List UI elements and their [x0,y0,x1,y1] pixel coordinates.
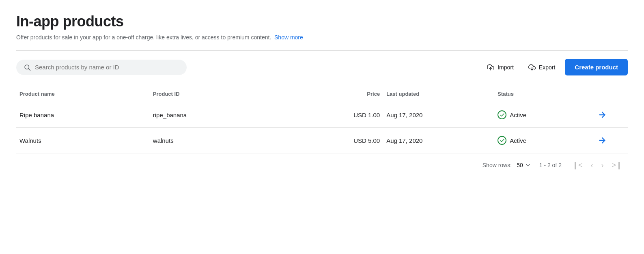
next-page-button[interactable]: › [599,160,606,170]
pagination-count: 1 - 2 of 2 [539,162,562,168]
prev-page-button[interactable]: ‹ [588,160,595,170]
cell-name: Ripe banana [16,102,150,128]
search-icon [24,64,31,71]
cell-price: USD 5.00 [294,128,383,153]
cell-name: Walnuts [16,128,150,153]
cell-action [594,102,628,128]
row-detail-button[interactable] [598,136,607,145]
cell-price: USD 1.00 [294,102,383,128]
show-more-link[interactable]: Show more [274,34,303,41]
export-button[interactable]: Export [523,60,560,74]
page-title: In-app products [16,13,628,30]
cell-status: Active [494,128,594,153]
last-page-button[interactable]: >❙ [609,160,625,170]
rows-label: Show rows: [482,162,512,168]
rows-per-page-value: 50 [517,162,523,168]
status-text: Active [510,137,526,144]
create-product-button[interactable]: Create product [565,59,628,75]
download-icon [528,64,536,71]
export-label: Export [539,64,555,71]
cell-action [594,128,628,153]
col-header-name: Product name [16,87,150,102]
col-header-action [594,87,628,102]
table-row: Walnuts walnuts USD 5.00 Aug 17, 2020 Ac… [16,128,628,153]
cell-updated: Aug 17, 2020 [383,128,494,153]
first-page-button[interactable]: ❙< [570,160,585,170]
col-header-status: Status [494,87,594,102]
col-header-price: Price [294,87,383,102]
cell-status: Active [494,102,594,128]
page-subtitle: Offer products for sale in your app for … [16,34,628,41]
col-header-id: Product ID [150,87,294,102]
import-label: Import [498,64,514,71]
pagination-bar: Show rows: 50 1 - 2 of 2 ❙< ‹ › >❙ [16,153,628,174]
upload-icon [487,64,494,71]
row-detail-button[interactable] [598,110,607,119]
toolbar: Import Export Create product [16,59,628,75]
table-row: Ripe banana ripe_banana USD 1.00 Aug 17,… [16,102,628,128]
search-input[interactable] [35,64,179,71]
cell-updated: Aug 17, 2020 [383,102,494,128]
import-button[interactable]: Import [482,60,519,74]
status-text: Active [510,112,526,118]
svg-line-1 [28,69,30,70]
cell-id: ripe_banana [150,102,294,128]
cell-id: walnuts [150,128,294,153]
rows-per-page-select[interactable]: 50 [517,162,531,168]
products-table: Product name Product ID Price Last updat… [16,87,628,153]
status-active-icon [498,136,506,145]
section-divider [16,50,628,51]
search-box [16,60,187,75]
col-header-updated: Last updated [383,87,494,102]
table-header-row: Product name Product ID Price Last updat… [16,87,628,102]
subtitle-text: Offer products for sale in your app for … [16,34,271,41]
status-active-icon [498,110,506,119]
chevron-down-icon [525,162,531,168]
